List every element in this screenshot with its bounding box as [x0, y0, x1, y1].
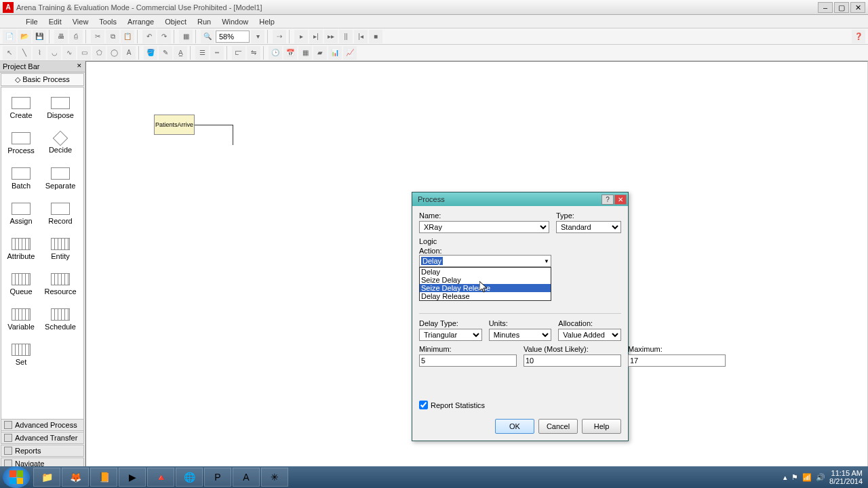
redo-icon[interactable]: ↷ — [157, 30, 171, 43]
taskbar-explorer-icon[interactable]: 📁 — [33, 468, 60, 487]
module-variable[interactable]: Variable — [1, 302, 41, 337]
maximize-button[interactable]: ▢ — [834, 2, 849, 13]
ok-button[interactable]: OK — [495, 419, 534, 434]
module-assign[interactable]: Assign — [1, 196, 41, 231]
close-button[interactable]: ✕ — [850, 2, 865, 13]
input-name[interactable]: XRay — [419, 221, 549, 233]
input-value[interactable] — [524, 354, 621, 367]
module-process[interactable]: Process — [1, 125, 41, 161]
menu-tools[interactable]: Tools — [94, 18, 122, 26]
tray-volume-icon[interactable]: 🔊 — [816, 473, 825, 482]
module-attribute[interactable]: Attribute — [1, 231, 41, 266]
textcolor-icon[interactable]: A̲ — [174, 46, 187, 60]
chevron-down-icon[interactable]: ▼ — [544, 258, 549, 264]
taskbar-arena-icon[interactable]: A — [233, 468, 260, 487]
tray-flag-icon[interactable]: ⚑ — [791, 473, 798, 482]
pause-icon[interactable]: || — [339, 30, 353, 43]
menu-file[interactable]: File — [20, 18, 43, 26]
action-option-seize-delay-release[interactable]: Seize Delay Release — [420, 284, 551, 292]
line-icon[interactable]: ╲ — [18, 46, 31, 60]
taskbar-ie-icon[interactable]: 🌐 — [176, 468, 203, 487]
new-icon[interactable]: 📄 — [3, 30, 16, 43]
module-set[interactable]: Set — [1, 337, 41, 372]
linestyle-icon[interactable]: ┅ — [210, 46, 224, 60]
zoom-icon[interactable]: 🔍 — [201, 30, 214, 43]
project-bar-close-icon[interactable]: ✕ — [77, 62, 82, 70]
input-delay-type[interactable]: Triangular — [419, 329, 482, 341]
menu-arrange[interactable]: Arrange — [122, 18, 159, 26]
panel-advanced-transfer[interactable]: Advanced Transfer — [1, 432, 84, 444]
polygon-icon[interactable]: ⬠ — [92, 46, 106, 60]
input-allocation[interactable]: Value Added — [558, 329, 621, 341]
polyline-icon[interactable]: ⌇ — [33, 46, 46, 60]
module-separate[interactable]: Separate — [41, 161, 80, 196]
panel-advanced-process[interactable]: Advanced Process — [1, 419, 84, 431]
text-icon[interactable]: A — [122, 46, 136, 60]
arc-icon[interactable]: ◡ — [47, 46, 61, 60]
input-minimum[interactable] — [419, 354, 517, 367]
cancel-button[interactable]: Cancel — [538, 419, 578, 434]
menu-edit[interactable]: Edit — [43, 18, 67, 26]
input-units[interactable]: Minutes — [489, 329, 552, 341]
animate-date-icon[interactable]: 📅 — [283, 46, 297, 60]
menu-help[interactable]: Help — [254, 18, 280, 26]
input-type[interactable]: Standard — [556, 221, 621, 233]
panel-basic-process[interactable]: ◇ Basic Process — [1, 73, 84, 86]
taskbar-firefox-icon[interactable]: 🦊 — [62, 468, 89, 487]
dialog-help-icon[interactable]: ? — [601, 195, 614, 205]
taskbar-app-icon[interactable]: ✳ — [261, 468, 288, 487]
fastfwd-icon[interactable]: ▸▸ — [324, 30, 338, 43]
tray-up-icon[interactable]: ▴ — [783, 473, 787, 482]
minimize-button[interactable]: – — [818, 2, 833, 13]
taskbar-powerpoint-icon[interactable]: P — [204, 468, 231, 487]
taskbar-vlc-icon[interactable]: 🔺 — [147, 468, 174, 487]
linewidth-icon[interactable]: ☰ — [195, 46, 209, 60]
action-option-delay-release[interactable]: Delay Release — [420, 292, 551, 300]
module-batch[interactable]: Batch — [1, 161, 41, 196]
zoom-input[interactable] — [216, 30, 250, 43]
menu-object[interactable]: Object — [159, 18, 192, 26]
connect-icon[interactable]: ⇢ — [273, 30, 286, 43]
menu-window[interactable]: Window — [216, 18, 254, 26]
module-queue[interactable]: Queue — [1, 266, 41, 302]
taskbar-office-icon[interactable]: 📙 — [90, 468, 117, 487]
undo-icon[interactable]: ↶ — [142, 30, 156, 43]
model-canvas[interactable]: PatientsArrive Process ? ✕ Name: XRay — [85, 61, 868, 470]
zoom-dropdown-icon[interactable]: ▾ — [251, 30, 264, 43]
module-schedule[interactable]: Schedule — [41, 302, 80, 337]
animate-plot-icon[interactable]: 📈 — [343, 46, 357, 60]
save-icon[interactable]: 💾 — [33, 30, 46, 43]
action-option-seize-delay[interactable]: Seize Delay — [420, 276, 551, 284]
stop-icon[interactable]: ■ — [369, 30, 382, 43]
preview-icon[interactable]: ⎙ — [69, 30, 83, 43]
step-icon[interactable]: ▸| — [309, 30, 323, 43]
taskbar-media-icon[interactable]: ▶ — [119, 468, 146, 487]
module-record[interactable]: Record — [41, 196, 80, 231]
module-resource[interactable]: Resource — [41, 266, 80, 302]
module-create[interactable]: Create — [1, 90, 41, 125]
paste-icon[interactable]: 📋 — [121, 30, 134, 43]
module-entity[interactable]: Entity — [41, 231, 80, 266]
animate-var-icon[interactable]: ▦ — [298, 46, 312, 60]
tray-network-icon[interactable]: 📶 — [802, 473, 812, 482]
input-maximum[interactable] — [628, 354, 726, 367]
checkbox-report-statistics[interactable] — [419, 401, 428, 409]
copy-icon[interactable]: ⧉ — [106, 30, 119, 43]
fillcolor-icon[interactable]: 🪣 — [144, 46, 157, 60]
action-option-delay[interactable]: Delay — [420, 268, 551, 276]
box-icon[interactable]: ▭ — [77, 46, 91, 60]
menu-view[interactable]: View — [67, 18, 94, 26]
context-help-icon[interactable]: ❓ — [852, 30, 865, 43]
input-action[interactable]: Delay ▼ — [419, 255, 551, 267]
module-decide[interactable]: Decide — [41, 125, 80, 161]
module-icon[interactable]: ▦ — [179, 30, 193, 43]
open-icon[interactable]: 📂 — [18, 30, 31, 43]
help-button[interactable]: Help — [582, 419, 621, 434]
go-icon[interactable]: ▸ — [294, 30, 308, 43]
module-dispose[interactable]: Dispose — [41, 90, 80, 125]
start-over-icon[interactable]: |◂ — [354, 30, 368, 43]
menu-run[interactable]: Run — [192, 18, 216, 26]
dialog-close-icon[interactable]: ✕ — [614, 195, 627, 205]
align-icon[interactable]: ⫍ — [232, 46, 245, 60]
system-clock[interactable]: 11:15 AM 8/21/2014 — [829, 469, 863, 485]
